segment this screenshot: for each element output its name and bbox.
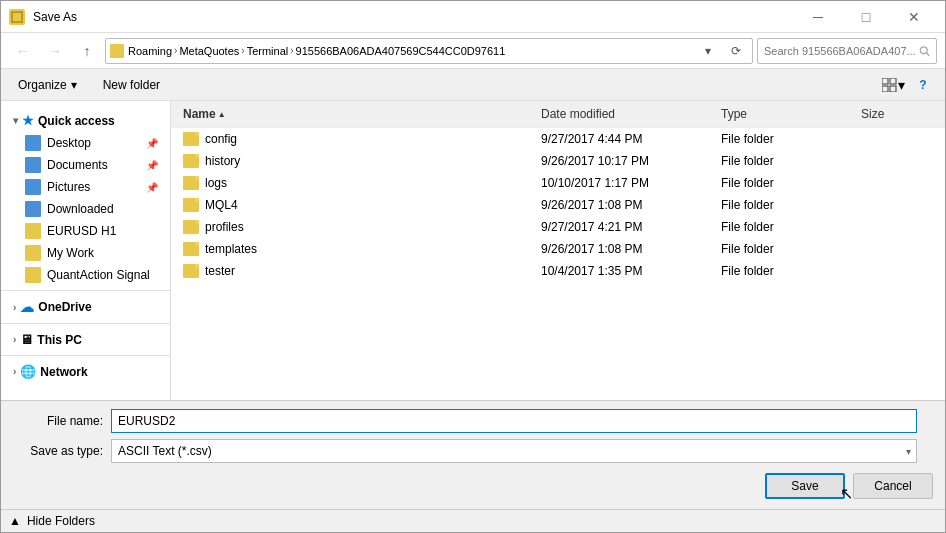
file-name: config xyxy=(205,132,237,146)
column-header-type[interactable]: Type xyxy=(717,105,857,123)
sidebar-divider-2 xyxy=(1,323,170,324)
pictures-folder-icon xyxy=(25,179,41,195)
column-header-date[interactable]: Date modified xyxy=(537,105,717,123)
file-name-cell: tester xyxy=(179,263,537,279)
sidebar-divider-1 xyxy=(1,290,170,291)
sidebar-item-quick-access[interactable]: ▾ ★ Quick access xyxy=(1,109,170,132)
eurusd-label: EURUSD H1 xyxy=(47,224,116,238)
search-icon xyxy=(919,45,930,57)
back-button[interactable]: ← xyxy=(9,37,37,65)
table-row[interactable]: tester 10/4/2017 1:35 PM File folder xyxy=(171,260,945,282)
file-date-cell: 10/4/2017 1:35 PM xyxy=(537,263,717,279)
title-bar-left: Save As xyxy=(9,9,77,25)
table-row[interactable]: history 9/26/2017 10:17 PM File folder xyxy=(171,150,945,172)
window-controls: ─ □ ✕ xyxy=(795,1,937,33)
table-row[interactable]: logs 10/10/2017 1:17 PM File folder xyxy=(171,172,945,194)
file-size-cell xyxy=(857,204,937,206)
cloud-icon: ☁ xyxy=(20,299,34,315)
file-date: 9/26/2017 1:08 PM xyxy=(541,242,642,256)
file-date-cell: 9/26/2017 10:17 PM xyxy=(537,153,717,169)
table-row[interactable]: config 9/27/2017 4:44 PM File folder xyxy=(171,128,945,150)
breadcrumb-terminal: Terminal xyxy=(247,45,289,57)
file-date: 10/10/2017 1:17 PM xyxy=(541,176,649,190)
file-list-header: Name ▲ Date modified Type Size xyxy=(171,101,945,128)
organize-arrow-icon: ▾ xyxy=(71,78,77,92)
file-name-cell: MQL4 xyxy=(179,197,537,213)
filename-input[interactable] xyxy=(111,409,917,433)
sidebar-item-network[interactable]: › 🌐 Network xyxy=(1,360,170,383)
quick-access-label: Quick access xyxy=(38,114,115,128)
filename-row: File name: xyxy=(13,409,933,433)
svg-rect-7 xyxy=(890,86,896,92)
file-type: File folder xyxy=(721,220,774,234)
breadcrumb-hash: 915566BA06ADA407569C544CC0D97611 xyxy=(296,45,506,57)
pc-icon: 🖥 xyxy=(20,332,33,347)
table-row[interactable]: MQL4 9/26/2017 1:08 PM File folder xyxy=(171,194,945,216)
forward-button[interactable]: → xyxy=(41,37,69,65)
downloaded-folder-icon xyxy=(25,201,41,217)
organize-button[interactable]: Organize ▾ xyxy=(9,74,86,96)
sidebar-item-eurusd-h1[interactable]: EURUSD H1 xyxy=(1,220,170,242)
sidebar-item-documents[interactable]: Documents 📌 xyxy=(1,154,170,176)
search-box[interactable] xyxy=(757,38,937,64)
filetype-select-wrapper: ASCII Text (*.csv) CSV (*.csv) All Files… xyxy=(111,439,917,463)
sort-arrow-icon: ▲ xyxy=(218,110,226,119)
dropdown-arrow-button[interactable]: ▾ xyxy=(696,39,720,63)
sidebar-item-onedrive[interactable]: › ☁ OneDrive xyxy=(1,295,170,319)
table-row[interactable]: templates 9/26/2017 1:08 PM File folder xyxy=(171,238,945,260)
column-type-label: Type xyxy=(721,107,747,121)
filetype-label: Save as type: xyxy=(13,444,103,458)
this-pc-label: This PC xyxy=(37,333,82,347)
search-input[interactable] xyxy=(764,45,915,57)
file-size-cell xyxy=(857,160,937,162)
folder-icon xyxy=(183,154,199,168)
file-type: File folder xyxy=(721,154,774,168)
breadcrumb: Roaming › MetaQuotes › Terminal › 915566… xyxy=(128,45,692,57)
file-size-cell xyxy=(857,182,937,184)
maximize-button[interactable]: □ xyxy=(843,1,889,33)
view-button[interactable]: ▾ xyxy=(879,71,907,99)
cancel-button[interactable]: Cancel xyxy=(853,473,933,499)
save-as-dialog: Save As ─ □ ✕ ← → ↑ Roaming › MetaQuotes… xyxy=(0,0,946,533)
sidebar-item-pictures[interactable]: Pictures 📌 xyxy=(1,176,170,198)
column-size-label: Size xyxy=(861,107,884,121)
sidebar-item-quantaction[interactable]: QuantAction Signal xyxy=(1,264,170,286)
downloaded-label: Downloaded xyxy=(47,202,114,216)
new-folder-button[interactable]: New folder xyxy=(94,74,169,96)
file-type-cell: File folder xyxy=(717,197,857,213)
address-bar[interactable]: Roaming › MetaQuotes › Terminal › 915566… xyxy=(105,38,753,64)
column-header-name[interactable]: Name ▲ xyxy=(179,105,537,123)
view-icon xyxy=(882,78,898,92)
file-name-cell: logs xyxy=(179,175,537,191)
sidebar-item-downloaded[interactable]: Downloaded xyxy=(1,198,170,220)
quick-access-expand-icon: ▾ xyxy=(13,115,18,126)
help-button[interactable]: ? xyxy=(909,71,937,99)
desktop-folder-icon xyxy=(25,135,41,151)
filetype-select[interactable]: ASCII Text (*.csv) CSV (*.csv) All Files… xyxy=(111,439,917,463)
pin-icon: 📌 xyxy=(146,138,158,149)
sidebar-item-desktop[interactable]: Desktop 📌 xyxy=(1,132,170,154)
close-button[interactable]: ✕ xyxy=(891,1,937,33)
desktop-label: Desktop xyxy=(47,136,91,150)
minimize-button[interactable]: ─ xyxy=(795,1,841,33)
save-button[interactable]: Save xyxy=(765,473,845,499)
up-button[interactable]: ↑ xyxy=(73,37,101,65)
file-name: history xyxy=(205,154,240,168)
filename-label: File name: xyxy=(13,414,103,428)
pin-icon-3: 📌 xyxy=(146,182,158,193)
file-name: profiles xyxy=(205,220,244,234)
thispc-expand-icon: › xyxy=(13,334,16,345)
hide-folders-bar[interactable]: ▲ Hide Folders xyxy=(1,509,945,532)
column-header-size[interactable]: Size xyxy=(857,105,937,123)
table-row[interactable]: profiles 9/27/2017 4:21 PM File folder xyxy=(171,216,945,238)
file-date-cell: 9/27/2017 4:21 PM xyxy=(537,219,717,235)
sidebar-item-my-work[interactable]: My Work xyxy=(1,242,170,264)
file-name-cell: history xyxy=(179,153,537,169)
file-size-cell xyxy=(857,248,937,250)
quantaction-folder-icon xyxy=(25,267,41,283)
sidebar-item-this-pc[interactable]: › 🖥 This PC xyxy=(1,328,170,351)
file-type: File folder xyxy=(721,132,774,146)
folder-icon xyxy=(183,176,199,190)
refresh-button[interactable]: ⟳ xyxy=(724,39,748,63)
file-date: 9/26/2017 10:17 PM xyxy=(541,154,649,168)
